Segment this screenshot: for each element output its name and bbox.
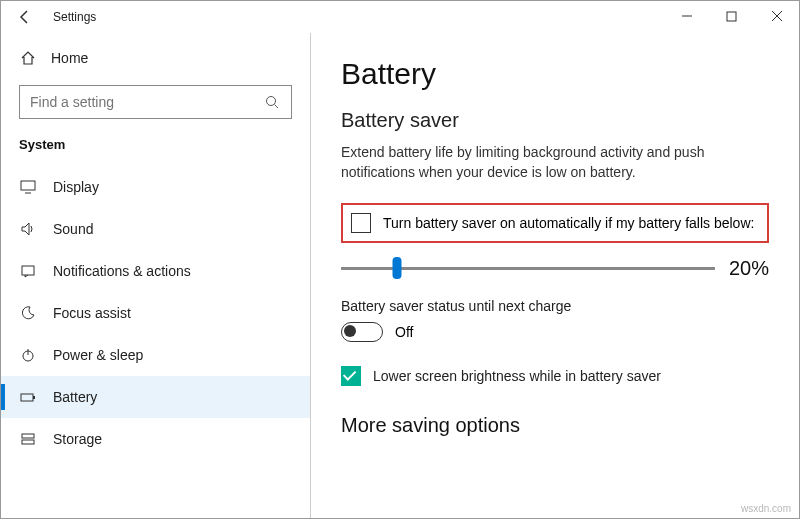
more-options-heading: More saving options <box>341 414 769 437</box>
nav-sound[interactable]: Sound <box>1 208 310 250</box>
nav-storage[interactable]: Storage <box>1 418 310 460</box>
nav-label: Storage <box>53 431 102 447</box>
minimize-button[interactable] <box>664 1 709 31</box>
section-label: System <box>1 137 310 166</box>
nav-notifications[interactable]: Notifications & actions <box>1 250 310 292</box>
auto-saver-label: Turn battery saver on automatically if m… <box>383 215 754 231</box>
auto-saver-checkbox[interactable] <box>351 213 371 233</box>
monitor-icon <box>19 178 37 196</box>
svg-point-2 <box>267 97 276 106</box>
brightness-checkbox[interactable] <box>341 366 361 386</box>
svg-rect-12 <box>22 440 34 444</box>
back-button[interactable] <box>11 3 39 31</box>
status-label: Battery saver status until next charge <box>341 298 769 314</box>
status-toggle[interactable] <box>341 322 383 342</box>
nav-label: Battery <box>53 389 97 405</box>
nav-label: Sound <box>53 221 93 237</box>
nav-battery[interactable]: Battery <box>1 376 310 418</box>
auto-saver-row: Turn battery saver on automatically if m… <box>341 203 769 243</box>
maximize-button[interactable] <box>709 1 754 31</box>
window-title: Settings <box>53 10 96 24</box>
main-panel: Battery Battery saver Extend battery lif… <box>311 33 799 518</box>
search-icon <box>263 93 281 111</box>
search-box[interactable] <box>19 85 292 119</box>
nav-focus-assist[interactable]: Focus assist <box>1 292 310 334</box>
nav-label: Display <box>53 179 99 195</box>
svg-rect-4 <box>21 181 35 190</box>
home-link[interactable]: Home <box>1 43 310 73</box>
nav-label: Focus assist <box>53 305 131 321</box>
nav-display[interactable]: Display <box>1 166 310 208</box>
sidebar: Home System Display Sound Notifications … <box>1 33 311 518</box>
toggle-state: Off <box>395 324 413 340</box>
storage-icon <box>19 430 37 448</box>
svg-rect-1 <box>727 12 736 21</box>
power-icon <box>19 346 37 364</box>
threshold-value: 20% <box>729 257 769 280</box>
close-button[interactable] <box>754 1 799 31</box>
svg-rect-6 <box>22 266 34 275</box>
section-heading: Battery saver <box>341 109 769 132</box>
watermark: wsxdn.com <box>741 503 791 514</box>
nav-label: Notifications & actions <box>53 263 191 279</box>
svg-line-3 <box>275 105 279 109</box>
home-icon <box>19 49 37 67</box>
notify-icon <box>19 262 37 280</box>
brightness-label: Lower screen brightness while in battery… <box>373 368 661 384</box>
page-heading: Battery <box>341 57 769 91</box>
threshold-slider[interactable] <box>341 258 715 278</box>
svg-rect-10 <box>33 396 35 399</box>
moon-icon <box>19 304 37 322</box>
section-description: Extend battery life by limiting backgrou… <box>341 142 769 183</box>
svg-rect-9 <box>21 394 33 401</box>
svg-rect-11 <box>22 434 34 438</box>
battery-icon <box>19 388 37 406</box>
home-label: Home <box>51 50 88 66</box>
search-input[interactable] <box>30 94 250 110</box>
sound-icon <box>19 220 37 238</box>
nav-label: Power & sleep <box>53 347 143 363</box>
nav-power-sleep[interactable]: Power & sleep <box>1 334 310 376</box>
